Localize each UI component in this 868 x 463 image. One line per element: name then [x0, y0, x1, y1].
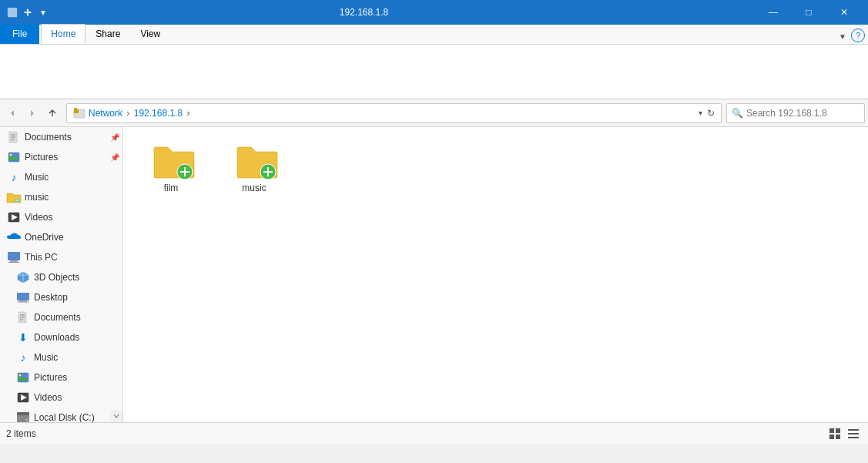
- sidebar-scroll[interactable]: Documents 📌 Pictures 📌 ♪: [0, 127, 122, 422]
- sidebar-label-onedrive: OneDrive: [25, 232, 64, 243]
- sidebar-label-desktop: Desktop: [34, 292, 68, 303]
- details-view-button[interactable]: [845, 425, 862, 442]
- sidebar-item-onedrive[interactable]: OneDrive: [0, 227, 122, 247]
- sidebar-item-thispc[interactable]: This PC: [0, 247, 122, 267]
- sidebar-label-pictures: Pictures: [25, 152, 58, 163]
- svg-rect-14: [10, 260, 18, 262]
- ribbon-tabs: File Home Share View ▼ ?: [0, 25, 868, 45]
- video-svg: [8, 212, 20, 223]
- thispc-icon: [6, 250, 22, 265]
- document-icon: [6, 129, 22, 145]
- svg-rect-45: [848, 429, 859, 431]
- refresh-button[interactable]: ↻: [707, 108, 715, 119]
- pictures-icon-2: [15, 370, 31, 385]
- sidebar-item-documents[interactable]: Documents 📌: [0, 127, 122, 147]
- back-button[interactable]: [3, 104, 22, 122]
- sidebar-item-localdisk[interactable]: Local Disk (C:): [0, 408, 122, 422]
- large-icons-view-icon: [829, 428, 841, 440]
- onedrive-icon: [6, 230, 22, 245]
- svg-rect-46: [848, 433, 859, 434]
- video-svg-2: [17, 392, 29, 403]
- videos-icon-2: [15, 390, 31, 405]
- navbar: Network › 192.168.1.8 › ▾ ↻ 🔍: [0, 99, 868, 127]
- svg-rect-15: [8, 262, 19, 263]
- folder-item-film[interactable]: film: [132, 136, 209, 200]
- sidebar-label-localdisk: Local Disk (C:): [34, 412, 95, 422]
- sidebar-label-downloads: Downloads: [34, 332, 79, 343]
- sidebar-label-documents: Documents: [25, 132, 72, 143]
- sidebar-item-videos[interactable]: Videos: [0, 207, 122, 227]
- svg-rect-17: [19, 300, 27, 302]
- svg-rect-41: [829, 428, 834, 433]
- folder-grid: film music: [132, 136, 859, 200]
- breadcrumb: Network › 192.168.1.8 ›: [89, 108, 695, 119]
- svg-rect-44: [836, 434, 840, 439]
- sidebar-item-pictures[interactable]: Pictures 📌: [0, 147, 122, 167]
- sidebar-item-downloads[interactable]: ⬇ Downloads: [0, 327, 122, 347]
- sidebar-item-desktop[interactable]: Desktop: [0, 287, 122, 307]
- ribbon-content: [0, 45, 868, 99]
- search-icon: 🔍: [732, 108, 743, 119]
- sidebar-label-music2: Music: [34, 352, 58, 363]
- tab-file[interactable]: File: [0, 24, 39, 44]
- path-network[interactable]: Network: [89, 108, 122, 119]
- svg-point-24: [19, 374, 22, 377]
- folder-item-music[interactable]: music: [216, 136, 293, 200]
- minimize-button[interactable]: —: [756, 0, 791, 25]
- svg-rect-43: [829, 434, 834, 439]
- downloads-icon: ⬇: [15, 330, 31, 345]
- pin-icon: 📌: [110, 133, 119, 142]
- chevron-down-icon: [113, 413, 119, 419]
- sidebar-item-music[interactable]: ♪ Music: [0, 167, 122, 187]
- document-icon-2: [15, 310, 31, 325]
- folder-icon-film: [152, 143, 189, 179]
- svg-rect-18: [18, 302, 28, 303]
- close-button[interactable]: ✕: [826, 0, 862, 25]
- ribbon-expand[interactable]: ▼: [834, 31, 851, 42]
- folder-net-svg: [6, 191, 22, 203]
- 3d-svg: [17, 271, 29, 284]
- path-ip[interactable]: 192.168.1.8: [134, 108, 183, 119]
- svg-rect-2: [74, 109, 79, 113]
- details-view-icon: [847, 428, 860, 440]
- folder-name-music: music: [242, 183, 266, 193]
- onedrive-svg: [7, 233, 21, 242]
- pc-svg: [7, 251, 21, 263]
- sidebar-item-videos2[interactable]: Videos: [0, 388, 122, 408]
- sidebar-scroll-down[interactable]: [110, 410, 122, 422]
- up-button[interactable]: [43, 104, 62, 122]
- tab-home[interactable]: Home: [41, 24, 85, 44]
- content-area: film music: [123, 127, 868, 422]
- ribbon-help[interactable]: ?: [851, 29, 865, 42]
- sidebar-item-3dobjects[interactable]: 3D Objects: [0, 267, 122, 287]
- large-icons-view-button[interactable]: [826, 425, 843, 442]
- svg-rect-3: [74, 108, 77, 109]
- pictures-icon: [6, 149, 22, 165]
- forward-button[interactable]: [23, 104, 42, 122]
- search-input[interactable]: [746, 108, 862, 119]
- tab-view[interactable]: View: [130, 24, 170, 44]
- sidebar-item-pictures2[interactable]: Pictures: [0, 367, 122, 388]
- view-buttons: [826, 425, 862, 442]
- svg-rect-28: [17, 412, 29, 415]
- desktop-svg: [16, 292, 30, 303]
- address-bar[interactable]: Network › 192.168.1.8 › ▾ ↻: [66, 103, 722, 123]
- sidebar-item-music2[interactable]: ♪ Music: [0, 347, 122, 367]
- search-bar[interactable]: 🔍: [726, 103, 865, 123]
- statusbar: 2 items: [0, 422, 868, 444]
- sidebar-label-documents2: Documents: [34, 312, 81, 323]
- sidebar-item-music-folder[interactable]: music: [0, 187, 122, 207]
- tab-share[interactable]: Share: [85, 24, 130, 44]
- desktop-icon: [15, 290, 31, 305]
- folder-icon-music: [236, 143, 273, 179]
- sidebar-item-documents2[interactable]: Documents: [0, 307, 122, 327]
- window-title: 192.168.1.8: [0, 7, 756, 18]
- ribbon: File Home Share View ▼ ?: [0, 25, 868, 99]
- svg-rect-16: [17, 293, 29, 300]
- breadcrumb-icon: [73, 107, 85, 119]
- maximize-button[interactable]: □: [791, 0, 826, 25]
- main-container: Documents 📌 Pictures 📌 ♪: [0, 127, 868, 422]
- address-dropdown[interactable]: ▾: [699, 109, 702, 117]
- svg-rect-42: [836, 428, 840, 433]
- music-icon-2: ♪: [15, 350, 31, 365]
